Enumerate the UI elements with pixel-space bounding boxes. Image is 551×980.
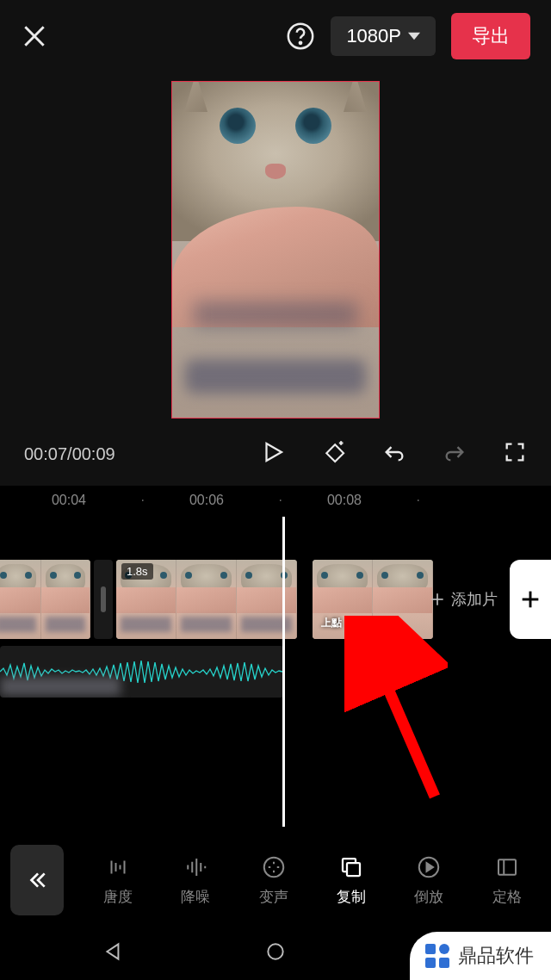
svg-marker-23 xyxy=(427,863,434,871)
svg-rect-21 xyxy=(347,863,360,876)
resolution-text: 1080P xyxy=(346,25,401,47)
nav-home[interactable] xyxy=(264,940,287,966)
svg-rect-31 xyxy=(425,958,436,968)
clip-duration: 1.8s xyxy=(121,563,153,580)
svg-marker-5 xyxy=(267,443,282,461)
svg-point-20 xyxy=(264,857,284,877)
svg-marker-4 xyxy=(408,33,420,40)
svg-rect-29 xyxy=(425,944,436,954)
timeline[interactable]: o 1.8s 上點 添加片 xyxy=(0,517,551,853)
add-clip-button[interactable] xyxy=(510,560,551,639)
play-button[interactable] xyxy=(260,439,286,468)
svg-point-27 xyxy=(268,944,282,958)
svg-rect-30 xyxy=(439,944,449,954)
svg-rect-24 xyxy=(498,859,516,875)
timeline-ruler[interactable]: 00:04 00:06 00:08 xyxy=(0,486,551,517)
keyframe-button[interactable] xyxy=(322,440,346,468)
plus-icon xyxy=(429,591,446,608)
audio-track[interactable] xyxy=(0,646,284,698)
video-clip-3[interactable]: 上點 xyxy=(313,560,433,639)
plus-icon xyxy=(518,587,542,611)
video-clip-1[interactable]: o xyxy=(0,560,90,639)
help-icon[interactable] xyxy=(286,22,315,51)
nav-back[interactable] xyxy=(102,940,125,966)
tool-reverse[interactable]: 倒放 xyxy=(414,854,443,907)
resolution-selector[interactable]: 1080P xyxy=(331,16,436,56)
svg-point-3 xyxy=(300,42,301,44)
brand-logo-icon xyxy=(424,942,451,970)
close-button[interactable] xyxy=(21,22,48,50)
tool-denoise[interactable]: 降噪 xyxy=(181,854,210,907)
tool-copy[interactable]: 复制 xyxy=(337,854,366,907)
redo-button[interactable] xyxy=(443,440,467,468)
export-button[interactable]: 导出 xyxy=(451,13,530,59)
chevron-double-left-icon xyxy=(26,869,48,891)
video-preview[interactable] xyxy=(171,81,380,419)
collapse-toolbar-button[interactable] xyxy=(10,845,64,915)
tool-speed[interactable]: 唐度 xyxy=(103,854,133,907)
tool-freeze[interactable]: 定格 xyxy=(492,854,522,907)
brand-watermark: 鼎品软件 xyxy=(410,932,551,980)
transition-1[interactable] xyxy=(94,560,113,639)
bottom-toolbar: 唐度 降噪 变声 复制 倒放 定格 xyxy=(0,834,551,927)
svg-rect-32 xyxy=(439,958,449,968)
undo-button[interactable] xyxy=(382,440,406,468)
svg-marker-26 xyxy=(107,944,118,958)
svg-rect-6 xyxy=(326,444,344,462)
add-segment-label[interactable]: 添加片 xyxy=(422,560,505,639)
video-clip-2[interactable]: 1.8s xyxy=(116,560,297,639)
playhead[interactable] xyxy=(282,517,285,827)
time-display: 00:07/00:09 xyxy=(24,444,115,464)
tool-voice-change[interactable]: 变声 xyxy=(259,854,288,907)
chevron-down-icon xyxy=(408,30,420,42)
fullscreen-button[interactable] xyxy=(503,440,527,468)
